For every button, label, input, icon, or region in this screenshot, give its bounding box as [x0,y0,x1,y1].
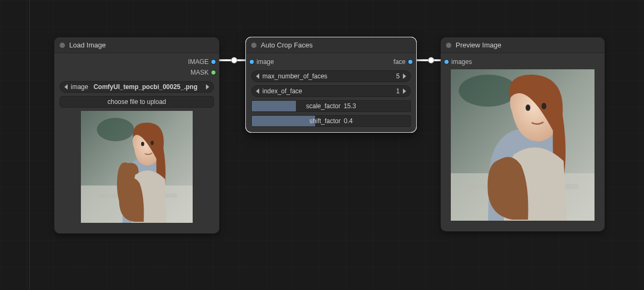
chevron-right-icon[interactable] [403,74,406,79]
socket-icon[interactable] [249,59,254,65]
chevron-left-icon[interactable] [256,88,259,94]
svg-point-11 [542,103,547,109]
node-titlebar[interactable]: Preview Image [441,37,605,53]
svg-point-7 [459,75,517,107]
socket-icon[interactable] [444,59,449,65]
socket-icon[interactable] [408,59,413,65]
socket-icon[interactable] [211,70,216,75]
collapse-dot-icon[interactable] [60,43,65,48]
node-preview-image[interactable]: Preview Image images [441,37,605,231]
svg-point-1 [97,118,134,141]
node-auto-crop-faces[interactable]: Auto Crop Faces image face max_number_of… [246,37,416,132]
param-label: index_of_face [262,87,302,95]
shift-factor-slider[interactable]: shift_factor 0.4 [251,115,411,127]
upload-button[interactable]: choose file to upload [60,96,214,108]
input-slot-image[interactable]: image [252,58,274,66]
index-of-face-stepper[interactable]: index_of_face 1 [251,85,411,97]
socket-icon[interactable] [211,59,216,65]
param-label: shift_factor [309,117,341,125]
node-titlebar[interactable]: Load Image [54,37,219,53]
node-titlebar[interactable]: Auto Crop Faces [246,37,416,53]
scale-factor-slider[interactable]: scale_factor 15.3 [251,100,411,112]
param-value: 5 [396,72,400,80]
svg-point-4 [141,142,144,146]
param-label: scale_factor [306,102,341,110]
collapse-dot-icon[interactable] [251,43,257,48]
svg-point-5 [151,141,154,145]
chevron-left-icon[interactable] [64,84,68,90]
input-slot-images[interactable]: images [447,58,472,66]
output-slot-mask[interactable]: MASK [191,69,213,76]
svg-point-10 [526,104,531,111]
node-title: Auto Crop Faces [261,41,313,49]
combo-value: ComfyUI_temp_pocbi_00025_.png [88,83,203,91]
param-value: 0.4 [344,117,353,125]
param-value: 1 [396,87,400,95]
preview-image-output [451,69,595,221]
output-slot-image[interactable]: IMAGE [188,58,213,66]
chevron-right-icon[interactable] [206,84,209,90]
node-load-image[interactable]: Load Image IMAGE MASK image ComfyUI_temp… [54,37,219,233]
image-combo[interactable]: image ComfyUI_temp_pocbi_00025_.png [60,81,214,93]
node-title: Preview Image [456,41,501,49]
combo-label: image [71,83,88,91]
param-label: max_number_of_faces [262,72,327,80]
load-image-preview [81,111,193,223]
chevron-right-icon[interactable] [403,88,406,94]
node-title: Load Image [69,41,106,49]
collapse-dot-icon[interactable] [446,43,451,48]
chevron-left-icon[interactable] [256,74,259,79]
param-value: 15.3 [344,102,356,110]
max-faces-stepper[interactable]: max_number_of_faces 5 [251,70,411,82]
